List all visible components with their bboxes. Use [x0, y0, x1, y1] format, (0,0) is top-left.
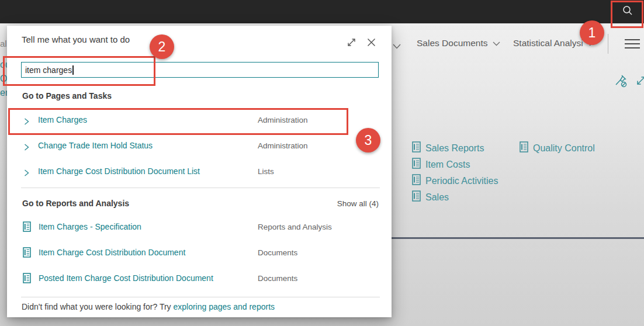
bg-link-label: Quality Control	[533, 143, 595, 154]
screen: ali ou Op em Sales Documents Statistical…	[0, 0, 644, 326]
report-icon	[520, 141, 528, 155]
chevron-right-icon	[23, 143, 30, 153]
close-icon	[367, 38, 376, 49]
bg-link-label: Sales Reports	[425, 143, 484, 154]
result-label: Change Trade Item Hold Status	[38, 141, 153, 150]
result-category: Documents	[258, 274, 297, 283]
annotation-box-1	[611, 1, 643, 28]
annotation-step-3: 3	[356, 128, 380, 152]
annotation-box-2	[3, 56, 155, 86]
bg-link-label: Item Costs	[425, 159, 470, 170]
report-icon	[412, 190, 421, 204]
result-row-change-trade-item-hold-status[interactable]: Change Trade Item Hold Status Administra…	[22, 139, 380, 153]
bg-section-divider	[392, 237, 644, 239]
report-icon	[412, 158, 421, 171]
result-row-item-charges-specification[interactable]: Item Charges - Specification Reports and…	[22, 220, 380, 234]
bg-link-label: Sales	[425, 192, 449, 203]
bg-link-sales-reports[interactable]: Sales Reports	[412, 141, 484, 155]
section-header-reports-and-analysis: Go to Reports and Analysis	[22, 199, 129, 208]
result-category: Reports and Analysis	[258, 223, 332, 231]
result-label: Posted Item Charge Cost Distribution Doc…	[39, 273, 213, 283]
close-dialog-button[interactable]	[364, 36, 378, 50]
bg-link-sales[interactable]: Sales	[412, 190, 449, 204]
result-label: Item Charge Cost Distribution Document	[39, 248, 185, 257]
annotation-box-3	[8, 108, 348, 135]
top-bar	[0, 0, 644, 23]
result-label: Item Charges - Specification	[39, 222, 141, 231]
annotation-step-1: 1	[580, 20, 604, 45]
expand-icon[interactable]	[635, 75, 644, 89]
nav-item-label: Sales Documents	[417, 38, 487, 48]
section-header-pages-and-tasks: Go to Pages and Tasks	[22, 91, 112, 100]
show-all-link[interactable]: Show all (4)	[337, 199, 379, 208]
dialog-title: Tell me what you want to do	[22, 34, 130, 44]
report-icon	[412, 141, 421, 155]
bg-link-periodic-activities[interactable]: Periodic Activities	[412, 174, 498, 188]
result-category: Lists	[258, 167, 274, 176]
expand-dialog-button[interactable]	[344, 36, 358, 50]
result-row-item-charge-cost-distribution-document[interactable]: Item Charge Cost Distribution Document D…	[22, 246, 380, 260]
dialog-footer: Didn't find what you were looking for? T…	[22, 302, 275, 311]
report-icon	[412, 174, 421, 188]
annotation-step-2: 2	[150, 34, 174, 59]
result-row-item-charge-cost-distribution-document-list[interactable]: Item Charge Cost Distribution Document L…	[22, 165, 380, 179]
footer-divider	[21, 297, 380, 297]
bg-link-quality-control[interactable]: Quality Control	[520, 141, 595, 155]
explore-pages-reports-link[interactable]: exploring pages and reports	[173, 302, 275, 311]
report-icon	[23, 273, 31, 286]
nav-item-sales-documents[interactable]: Sales Documents	[417, 38, 500, 48]
report-icon	[23, 221, 31, 234]
bg-link-item-costs[interactable]: Item Costs	[412, 158, 470, 171]
section-divider	[21, 188, 380, 188]
nav-divider	[608, 34, 608, 54]
chevron-right-icon	[23, 168, 30, 179]
chevron-down-icon	[493, 38, 500, 48]
result-category: Documents	[258, 248, 297, 257]
report-icon	[23, 247, 31, 260]
hamburger-menu-icon[interactable]	[625, 39, 640, 49]
unpin-icon[interactable]	[614, 74, 629, 91]
result-category: Administration	[258, 141, 308, 150]
footer-text: Didn't find what you were looking for? T…	[22, 302, 173, 311]
result-label: Item Charge Cost Distribution Document L…	[38, 167, 200, 176]
chevron-down-icon	[393, 41, 401, 51]
nav-item-label: Statistical Analysi	[513, 38, 583, 48]
result-row-posted-item-charge-cost-distribution-document[interactable]: Posted Item Charge Cost Distribution Doc…	[22, 272, 380, 286]
bg-link-label: Periodic Activities	[425, 176, 498, 186]
expand-icon	[347, 37, 356, 50]
